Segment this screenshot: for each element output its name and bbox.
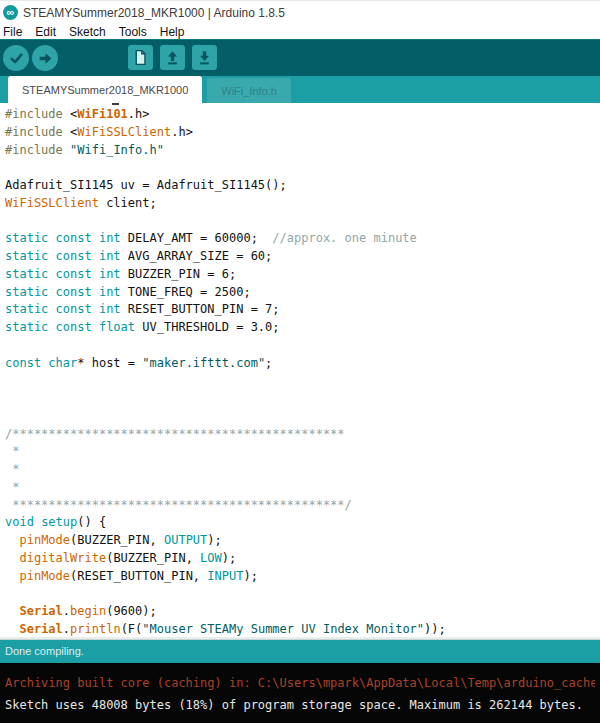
console-line: Archiving built core (caching) in: C:\Us…: [5, 672, 595, 694]
document-icon: [132, 49, 149, 66]
code-editor[interactable]: #include <WiFi101.h>#include <WiFiSSLCli…: [0, 103, 600, 637]
toolbar: [0, 39, 600, 76]
new-button[interactable]: [128, 45, 153, 70]
check-icon: [8, 50, 25, 67]
window-title: STEAMYSummer2018_MKR1000 | Arduino 1.8.5: [23, 6, 285, 20]
console-output[interactable]: Archiving built core (caching) in: C:\Us…: [0, 663, 600, 723]
code-line: static const int TONE_FREQ = 2500;: [5, 284, 600, 302]
code-line: [5, 585, 600, 603]
upload-button[interactable]: [32, 45, 58, 71]
code-line: /***************************************…: [5, 426, 600, 444]
save-button[interactable]: [192, 45, 217, 70]
menu-edit[interactable]: Edit: [35, 25, 56, 39]
tab-wifi-info-h[interactable]: WiFi_Info.h: [207, 78, 291, 103]
code-line: #include "Wifi_Info.h": [5, 142, 600, 160]
code-line: static const int DELAY_AMT = 60000; //ap…: [5, 230, 600, 248]
code-line: Serial.println(F("Mouser STEAMy Summer U…: [5, 621, 600, 637]
code-line: void setup() {: [5, 514, 600, 532]
tab-steamysummer2018-mkr1000[interactable]: STEAMYSummer2018_MKR1000: [8, 76, 202, 103]
code-line: [5, 408, 600, 426]
status-bar: Done compiling.: [0, 640, 600, 663]
arduino-ide-window: ∞ STEAMYSummer2018_MKR1000 | Arduino 1.8…: [0, 0, 600, 723]
arrow-down-icon: [196, 49, 213, 66]
code-line: static const int RESET_BUTTON_PIN = 7;: [5, 301, 600, 319]
menu-file[interactable]: File: [3, 25, 22, 39]
code-line: [5, 213, 600, 231]
menu-tools[interactable]: Tools: [119, 25, 147, 39]
menubar: FileEditSketchToolsHelp: [0, 24, 600, 39]
code-line: [5, 390, 600, 408]
code-line: static const float UV_THRESHOLD = 3.0;: [5, 319, 600, 337]
code-line: Serial.begin(9600);: [5, 603, 600, 621]
code-line: pinMode(RESET_BUTTON_PIN, INPUT);: [5, 568, 600, 586]
menu-help[interactable]: Help: [160, 25, 185, 39]
code-line: static const int BUZZER_PIN = 6;: [5, 266, 600, 284]
open-button[interactable]: [160, 45, 185, 70]
code-line: [5, 337, 600, 355]
code-line: *: [5, 479, 600, 497]
code-line: #include <WiFiSSLClient.h>: [5, 124, 600, 142]
code-line: const char* host = "maker.ifttt.com";: [5, 355, 600, 373]
code-line: [5, 372, 600, 390]
code-line: [5, 159, 600, 177]
arrow-right-icon: [37, 50, 54, 67]
arrow-up-icon: [164, 49, 181, 66]
titlebar: ∞ STEAMYSummer2018_MKR1000 | Arduino 1.8…: [0, 0, 600, 24]
clipped-line-artifact: [112, 103, 119, 105]
console-line: Sketch uses 48008 bytes (18%) of program…: [5, 694, 595, 716]
code-line: pinMode(BUZZER_PIN, OUTPUT);: [5, 532, 600, 550]
code-line: *: [5, 461, 600, 479]
arduino-logo-icon: ∞: [3, 5, 18, 20]
menu-sketch[interactable]: Sketch: [69, 25, 106, 39]
code-line: *: [5, 443, 600, 461]
code-line: Adafruit_SI1145 uv = Adafruit_SI1145();: [5, 177, 600, 195]
status-text: Done compiling.: [5, 645, 84, 657]
code-line: ****************************************…: [5, 497, 600, 515]
code-line: static const int AVG_ARRAY_SIZE = 60;: [5, 248, 600, 266]
tabbar: STEAMYSummer2018_MKR1000WiFi_Info.h: [0, 76, 600, 103]
code-line: #include <WiFi101.h>: [5, 106, 600, 124]
verify-button[interactable]: [3, 45, 29, 71]
code-line: WiFiSSLClient client;: [5, 195, 600, 213]
code-line: digitalWrite(BUZZER_PIN, LOW);: [5, 550, 600, 568]
